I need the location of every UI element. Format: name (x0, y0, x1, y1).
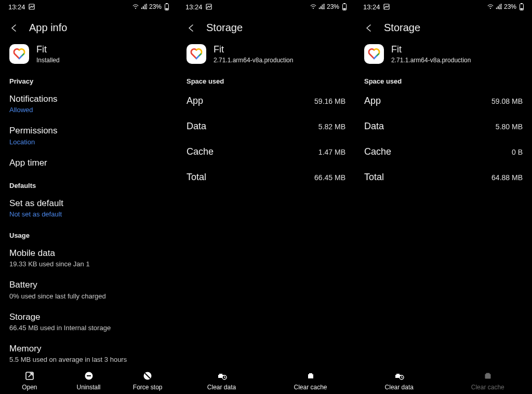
row-cache-size: Cache 0 B (364, 139, 523, 165)
app-installed-label: Installed (36, 57, 60, 64)
open-icon (24, 371, 35, 381)
clear-cache-button: Clear cache (444, 371, 533, 391)
image-icon (383, 4, 390, 10)
section-defaults: Defaults (9, 182, 168, 189)
battery-icon (164, 4, 170, 10)
status-bar: 13:24 23% (177, 0, 355, 13)
open-button[interactable]: Open (0, 371, 59, 391)
app-name: Fit (214, 44, 293, 56)
signal-icon (496, 4, 502, 10)
svg-point-1 (135, 8, 136, 9)
svg-point-24 (490, 8, 491, 9)
page-title: App info (29, 22, 67, 34)
set-default-value: Not set as default (9, 210, 168, 218)
app-header[interactable]: Fit 2.71.1.arm64-v8a.production (177, 39, 355, 70)
status-battery-pct: 23% (504, 3, 516, 10)
svg-rect-17 (322, 5, 323, 9)
app-icon (9, 44, 29, 64)
battery-icon (341, 4, 348, 10)
signal-icon (318, 4, 325, 10)
row-notifications[interactable]: Notifications Allowed (9, 88, 168, 120)
row-data-size: Data 5.82 MB (187, 114, 345, 139)
image-icon (29, 4, 35, 10)
row-total-size: Total 64.88 MB (364, 165, 523, 190)
svg-rect-3 (143, 6, 144, 9)
back-button[interactable] (185, 22, 197, 34)
storage-list: Space used App 59.16 MB Data 5.82 MB Cac… (177, 70, 355, 394)
svg-rect-5 (146, 4, 147, 9)
app-icon (364, 44, 384, 64)
app-name: Fit (391, 44, 471, 56)
image-icon (206, 4, 212, 10)
svg-rect-8 (166, 8, 168, 10)
app-header[interactable]: Fit Installed (0, 39, 177, 70)
force-stop-icon (142, 371, 153, 381)
svg-point-14 (313, 8, 314, 9)
status-time: 13:24 (8, 3, 25, 11)
back-button[interactable] (8, 22, 20, 34)
svg-rect-31 (521, 8, 523, 10)
storage-list: Space used App 59.08 MB Data 5.80 MB Cac… (355, 70, 532, 394)
row-set-default[interactable]: Set as default Not set as default (9, 193, 168, 224)
status-bar: 13:24 23% (0, 0, 177, 13)
app-header[interactable]: Fit 2.71.1.arm64-v8a.production (355, 39, 532, 70)
status-time: 13:24 (185, 3, 203, 11)
svg-rect-18 (324, 4, 325, 9)
svg-rect-25 (496, 8, 497, 9)
svg-rect-27 (499, 5, 500, 9)
wifi-icon (487, 4, 494, 10)
signal-icon (141, 4, 147, 10)
row-total-size: Total 66.45 MB (187, 165, 345, 190)
svg-rect-21 (343, 8, 346, 10)
page-title: Storage (206, 22, 243, 34)
clear-cache-icon (483, 371, 493, 381)
status-time: 13:24 (363, 3, 380, 11)
row-cache-size: Cache 1.47 MB (187, 139, 345, 165)
row-app-timer[interactable]: App timer (9, 152, 168, 174)
page-title: Storage (384, 22, 420, 34)
status-battery-pct: 23% (149, 3, 162, 10)
wifi-icon (132, 4, 139, 10)
app-version: 2.71.1.arm64-v8a.production (391, 57, 471, 64)
clear-cache-button[interactable]: Clear cache (266, 371, 355, 391)
clear-cache-icon (305, 371, 316, 381)
title-row: App info (0, 13, 177, 39)
clear-data-button[interactable]: Clear data (355, 371, 444, 391)
status-bar: 13:24 23% (355, 0, 532, 13)
svg-rect-11 (87, 375, 91, 376)
uninstall-icon (84, 371, 94, 381)
row-mobile-data[interactable]: Mobile data 19.33 KB used since Jan 1 (9, 242, 168, 274)
force-stop-button[interactable]: Force stop (118, 371, 177, 391)
section-privacy: Privacy (9, 77, 168, 85)
settings-list[interactable]: Privacy Notifications Allowed Permission… (0, 70, 177, 394)
row-app-size: App 59.16 MB (187, 88, 345, 114)
screen-app-info: 13:24 23% App i (0, 0, 177, 394)
row-storage[interactable]: Storage 66.45 MB used in Internal storag… (9, 306, 168, 338)
clear-data-icon (394, 371, 404, 381)
section-space-used: Space used (187, 77, 345, 85)
clear-data-icon (217, 371, 227, 381)
row-permissions[interactable]: Permissions Location (9, 120, 168, 152)
svg-rect-4 (144, 5, 145, 9)
screen-storage-before: 13:24 23% Stora (177, 0, 355, 394)
section-space-used: Space used (364, 77, 523, 85)
back-button[interactable] (363, 22, 375, 34)
app-version: 2.71.1.arm64-v8a.production (214, 57, 293, 64)
section-usage: Usage (9, 232, 168, 239)
bottom-bar: Clear data Clear cache (355, 365, 532, 394)
clear-data-button[interactable]: Clear data (177, 371, 266, 391)
uninstall-button[interactable]: Uninstall (59, 371, 118, 391)
svg-rect-28 (501, 4, 502, 9)
svg-rect-16 (321, 6, 322, 9)
row-battery[interactable]: Battery 0% used since last fully charged (9, 274, 168, 306)
row-data-size: Data 5.80 MB (364, 114, 523, 139)
svg-rect-2 (141, 8, 142, 9)
svg-rect-26 (498, 6, 499, 9)
app-name: Fit (36, 44, 60, 56)
app-icon (187, 44, 206, 64)
row-app-size: App 59.08 MB (364, 88, 523, 114)
battery-icon (518, 4, 525, 10)
wifi-icon (310, 4, 316, 10)
permissions-value: Location (9, 138, 168, 146)
bottom-bar: Open Uninstall Force stop (0, 365, 177, 394)
